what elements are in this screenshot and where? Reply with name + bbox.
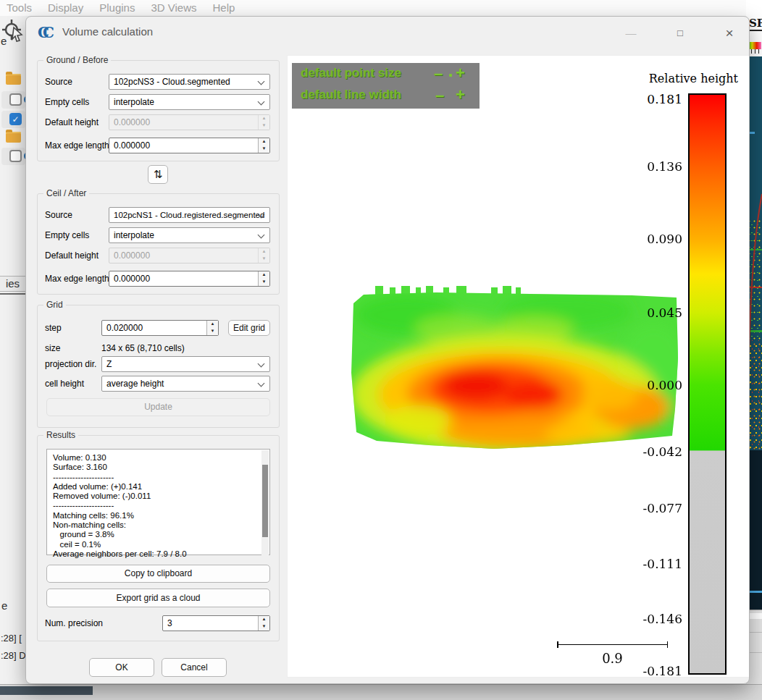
- menu-help[interactable]: Help: [213, 0, 235, 16]
- line-width-increase-icon[interactable]: +: [456, 85, 465, 104]
- spin-value: 3: [167, 618, 172, 628]
- menu-bar: ToolsDisplayPlugins3D ViewsHelp: [0, 0, 762, 16]
- spin-down-icon[interactable]: ▼: [259, 279, 269, 286]
- ground-empty-cells-combobox[interactable]: interpolate: [109, 94, 270, 110]
- projection-dir-combobox[interactable]: Z: [101, 356, 270, 372]
- scalebar-tick-label: 0.181: [595, 92, 682, 106]
- spin-value: 0.000000: [114, 250, 150, 261]
- ceil-empty-cells-combobox[interactable]: interpolate: [109, 227, 270, 243]
- properties-tab-partial[interactable]: ies: [0, 276, 26, 292]
- spin-down-icon[interactable]: ▼: [259, 146, 269, 153]
- max-edge-length-label: Max edge length: [45, 271, 109, 287]
- scalebar-tick-label: -0.111: [595, 557, 682, 571]
- dialog-title: Volume calculation: [62, 25, 153, 38]
- results-scrollbar[interactable]: [261, 450, 269, 555]
- chevron-down-icon: [258, 232, 265, 239]
- folder-icon[interactable]: [6, 74, 21, 85]
- ceil-source-combobox[interactable]: 102pcNS1 - Cloud.registered.segmented: [109, 207, 270, 223]
- tree-row[interactable]: [1, 148, 25, 165]
- grid-step-spinbox[interactable]: 0.020000 ▲▼: [101, 320, 219, 336]
- display-settings-overlay: default point size – + default line widt…: [292, 63, 480, 109]
- copy-to-clipboard-button[interactable]: Copy to clipboard: [46, 565, 270, 583]
- menu-3d-views[interactable]: 3D Views: [151, 0, 196, 16]
- console-log-line: :28] [: [1, 633, 22, 644]
- cell-height-label: cell height: [45, 376, 84, 392]
- export-grid-button[interactable]: Export grid as a cloud: [46, 589, 270, 607]
- default-point-size-label: default point size: [301, 66, 401, 80]
- tree-row[interactable]: [1, 91, 25, 109]
- spin-down-icon: ▼: [259, 256, 269, 263]
- volume-calculation-dialog: CC Volume calculation — □ × Ground / Bef…: [25, 16, 750, 684]
- console-tab-partial[interactable]: e: [1, 599, 7, 612]
- chevron-down-icon: [258, 360, 265, 368]
- scalebar-gradient: [688, 93, 727, 675]
- results-textbox[interactable]: Volume: 0.130 Surface: 3.160 -----------…: [46, 449, 270, 555]
- ceil-default-height-spinbox: 0.000000 ▲▼: [109, 248, 270, 263]
- combo-value: Z: [106, 359, 112, 369]
- swap-ground-ceil-button[interactable]: ⇅: [148, 165, 168, 184]
- chevron-down-icon: [258, 78, 265, 85]
- point-size-increase-icon[interactable]: +: [456, 64, 465, 83]
- line-width-decrease-icon[interactable]: –: [435, 86, 444, 105]
- default-line-width-label: default line width: [301, 88, 401, 102]
- checkbox-unchecked-icon[interactable]: [9, 93, 22, 106]
- size-label: size: [45, 340, 60, 356]
- spin-down-icon[interactable]: ▼: [259, 623, 269, 631]
- ground-max-edge-spinbox[interactable]: 0.000000 ▲▼: [109, 138, 270, 153]
- spin-up-icon: ▲: [259, 248, 269, 256]
- panel-divider: [0, 293, 26, 295]
- scalebar-tick-label: 0.000: [595, 378, 682, 392]
- empty-cells-label: Empty cells: [45, 94, 89, 110]
- source-label: Source: [45, 207, 72, 223]
- folder-icon[interactable]: [6, 132, 21, 143]
- dialog-titlebar[interactable]: CC Volume calculation — □ ×: [26, 17, 749, 49]
- checkbox-unchecked-icon[interactable]: [9, 150, 22, 162]
- spin-value: 0.020000: [106, 323, 143, 333]
- cloudcompare-logo-icon: CC: [38, 24, 58, 41]
- spin-down-icon[interactable]: ▼: [207, 328, 218, 335]
- results-text: Volume: 0.130 Surface: 3.160 -----------…: [53, 453, 187, 559]
- ground-source-combobox[interactable]: 102pcNS3 - Cloud.segmented: [109, 74, 270, 90]
- menu-display[interactable]: Display: [48, 0, 83, 16]
- db-tree-tab-partial[interactable]: e: [1, 35, 7, 47]
- spin-up-icon[interactable]: ▲: [259, 138, 269, 146]
- cell-height-combobox[interactable]: average height: [101, 376, 270, 392]
- menu-plugins[interactable]: Plugins: [99, 0, 135, 16]
- ceil-max-edge-spinbox[interactable]: 0.000000 ▲▼: [109, 271, 270, 287]
- minimize-button: —: [617, 22, 645, 44]
- console-log-line: :28] D: [1, 650, 26, 661]
- volume-preview-viewport[interactable]: default point size – + default line widt…: [287, 55, 750, 678]
- tree-row[interactable]: ✓: [1, 111, 25, 128]
- spin-up-icon[interactable]: ▲: [259, 271, 269, 279]
- scalebar-tick-label: -0.181: [595, 664, 682, 678]
- edit-grid-button[interactable]: Edit grid: [228, 320, 270, 336]
- group-legend: Ground / Before: [43, 55, 111, 65]
- scalebar-tick-label: 0.045: [595, 305, 682, 320]
- group-legend: Grid: [43, 300, 66, 310]
- point-size-dot-icon: [449, 74, 452, 77]
- spin-value: 0.000000: [114, 274, 150, 284]
- combo-value: 102pcNS1 - Cloud.registered.segmented: [114, 211, 264, 219]
- maximize-button[interactable]: □: [666, 22, 694, 44]
- group-legend: Ceil / After: [43, 188, 89, 198]
- ok-button[interactable]: OK: [89, 658, 154, 677]
- chevron-down-icon: [258, 380, 265, 387]
- main-window-left-panel: e ✓ ies e :28] [ :28] D: [0, 16, 26, 684]
- point-size-decrease-icon[interactable]: –: [434, 64, 443, 83]
- combo-value: average height: [106, 379, 164, 389]
- num-precision-label: Num. precision: [45, 615, 103, 631]
- scrollbar-thumb[interactable]: [262, 465, 268, 537]
- combo-value: interpolate: [114, 230, 154, 240]
- spin-up-icon[interactable]: ▲: [259, 616, 269, 623]
- checkbox-checked-icon[interactable]: ✓: [9, 113, 22, 125]
- results-group: Results Volume: 0.130 Surface: 3.160 ---…: [37, 435, 280, 641]
- combo-value: interpolate: [114, 97, 154, 107]
- menu-tools[interactable]: Tools: [7, 0, 32, 16]
- spin-up-icon[interactable]: ▲: [207, 321, 218, 328]
- scale-ruler-label: 0.9: [557, 651, 668, 666]
- chevron-down-icon: [258, 98, 265, 106]
- projection-dir-label: projection dir.: [45, 356, 96, 372]
- num-precision-spinbox[interactable]: 3 ▲▼: [162, 615, 270, 631]
- close-button[interactable]: ×: [716, 22, 743, 44]
- cancel-button[interactable]: Cancel: [162, 658, 227, 677]
